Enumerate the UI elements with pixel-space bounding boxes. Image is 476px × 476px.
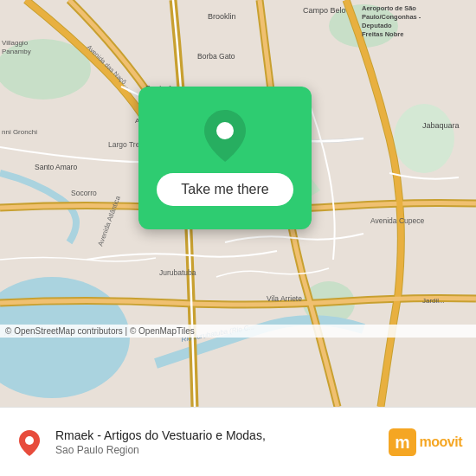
svg-text:Jurubatuba: Jurubatuba	[159, 268, 196, 277]
action-card: Take me there	[138, 87, 312, 229]
svg-text:Brooklin: Brooklin	[208, 12, 236, 21]
svg-text:nni Gronchi: nni Gronchi	[2, 128, 37, 136]
svg-text:Avenida Cupece: Avenida Cupece	[370, 216, 424, 225]
place-icon	[14, 427, 45, 458]
svg-text:Aeroporto de São: Aeroporto de São	[362, 4, 416, 12]
svg-text:Jabaquara: Jabaquara	[422, 121, 460, 130]
map-container: Brooklin Campo Belo Aeroporto de São Pau…	[0, 0, 476, 407]
svg-text:Campo Belo: Campo Belo	[303, 6, 346, 15]
svg-point-3	[394, 104, 454, 173]
svg-text:Paulo/Congonhas -: Paulo/Congonhas -	[362, 13, 421, 21]
place-info: Rmaek - Artigos do Vestuario e Modas, Sa…	[55, 428, 378, 455]
place-region: Sao Paulo Region	[55, 444, 378, 456]
svg-text:Freitas Nobre: Freitas Nobre	[362, 30, 403, 38]
map-attribution: © OpenStreetMap contributors | © OpenMap…	[0, 325, 476, 338]
moovit-text: moovit	[420, 434, 462, 450]
svg-text:Santo Amaro: Santo Amaro	[35, 163, 77, 171]
svg-text:Vila Arriete: Vila Arriete	[267, 294, 302, 303]
svg-text:Socorro: Socorro	[71, 189, 97, 197]
svg-text:m: m	[395, 433, 409, 452]
svg-text:Borba Gato: Borba Gato	[197, 52, 235, 61]
svg-point-32	[216, 122, 234, 139]
location-pin-icon	[204, 111, 246, 161]
take-me-there-button[interactable]: Take me there	[157, 173, 293, 206]
svg-text:Jardil...: Jardil...	[422, 297, 445, 305]
svg-text:Villaggio: Villaggio	[2, 39, 29, 47]
place-name: Rmaek - Artigos do Vestuario e Modas,	[55, 428, 378, 443]
svg-text:Deputado: Deputado	[362, 22, 392, 29]
svg-text:Panamby: Panamby	[2, 48, 31, 55]
moovit-logo: m moovit	[389, 428, 462, 456]
bottom-bar: Rmaek - Artigos do Vestuario e Modas, Sa…	[0, 407, 476, 476]
svg-point-34	[25, 436, 34, 445]
